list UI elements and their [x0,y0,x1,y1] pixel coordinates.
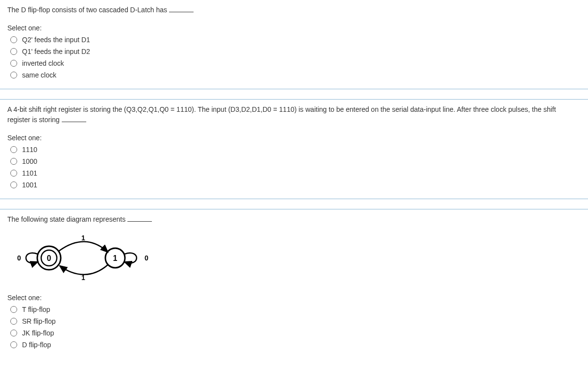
question-2-stem: A 4-bit shift right register is storing … [7,105,556,124]
select-one-label: Select one: [7,294,581,302]
option-q3-b[interactable]: SR flip-flop [10,317,581,325]
option-label: 1110 [22,146,37,154]
state-diagram: 0 1 0 0 1 1 [12,233,581,284]
blank-line [169,12,194,12]
state-1-label: 1 [113,254,118,262]
option-q3-a[interactable]: T flip-flop [10,306,581,313]
option-q2-c[interactable]: 1101 [10,169,581,177]
option-label: 1101 [22,169,37,177]
radio-icon[interactable] [10,181,17,188]
option-q3-c[interactable]: JK flip-flop [10,329,581,337]
radio-icon[interactable] [10,306,17,313]
select-one-label: Select one: [7,24,581,32]
transition-0-1-label: 1 [81,234,85,242]
question-3: The following state diagram represents 0… [0,209,588,351]
option-q2-b[interactable]: 1000 [10,157,581,165]
option-label: same clock [22,71,56,79]
option-label: T flip-flop [22,306,50,313]
radio-icon[interactable] [10,158,17,165]
question-2-options: 1110 1000 1101 1001 [7,146,581,189]
option-q3-d[interactable]: D flip-flop [10,341,581,349]
radio-icon[interactable] [10,72,17,78]
option-label: Q2' feeds the input D1 [22,36,90,44]
radio-icon[interactable] [10,318,17,325]
question-2-text: A 4-bit shift right register is storing … [7,104,581,125]
self-loop-0-label: 0 [17,254,21,262]
transition-1-0 [60,265,108,275]
option-q1-d[interactable]: same clock [10,71,581,79]
question-3-options: T flip-flop SR flip-flop JK flip-flop D … [7,306,581,349]
option-label: 1000 [22,157,37,165]
option-label: 1001 [22,181,37,189]
radio-icon[interactable] [10,36,17,43]
question-1: The D flip-flop consists of two cascaded… [0,0,588,89]
self-loop-1 [124,253,137,263]
option-q2-d[interactable]: 1001 [10,181,581,189]
state-0-label: 0 [47,254,51,262]
question-1-text: The D flip-flop consists of two cascaded… [7,5,581,15]
option-label: Q1' feeds the input D2 [22,48,90,55]
question-2: A 4-bit shift right register is storing … [0,99,588,199]
option-q1-a[interactable]: Q2' feeds the input D1 [10,36,581,44]
blank-line [62,122,86,122]
question-1-stem: The D flip-flop consists of two cascaded… [7,6,167,14]
transition-0-1 [59,242,108,252]
question-1-options: Q2' feeds the input D1 Q1' feeds the inp… [7,36,581,79]
state-diagram-svg: 0 1 0 0 1 1 [12,233,159,282]
radio-icon[interactable] [10,48,17,55]
radio-icon[interactable] [10,170,17,177]
question-3-text: The following state diagram represents [7,214,581,225]
question-3-stem: The following state diagram represents [7,215,125,223]
self-loop-1-label: 0 [145,254,148,262]
radio-icon[interactable] [10,146,17,153]
radio-icon[interactable] [10,60,17,67]
self-loop-0 [26,253,38,263]
select-one-label: Select one: [7,134,581,142]
option-q1-b[interactable]: Q1' feeds the input D2 [10,48,581,55]
option-label: D flip-flop [22,341,51,349]
option-label: SR flip-flop [22,317,55,325]
radio-icon[interactable] [10,330,17,336]
transition-1-0-label: 1 [81,274,85,282]
radio-icon[interactable] [10,341,17,348]
blank-line [127,221,152,222]
option-q1-c[interactable]: inverted clock [10,59,581,67]
option-label: inverted clock [22,59,64,67]
option-q2-a[interactable]: 1110 [10,146,581,154]
option-label: JK flip-flop [22,329,54,337]
